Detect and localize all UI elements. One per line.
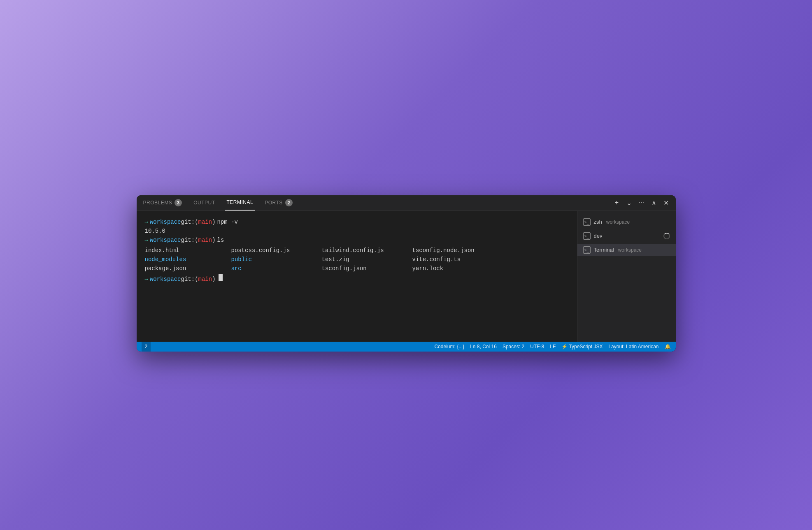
sidebar-item-dev[interactable]: >_ dev bbox=[577, 230, 676, 242]
vscode-window: PROBLEMS 3 OUTPUT TERMINAL PORTS 2 + ⌄ ·… bbox=[137, 195, 676, 352]
status-encoding[interactable]: UTF-8 bbox=[530, 344, 544, 349]
terminal-output-npm: 10.5.0 bbox=[145, 227, 569, 236]
terminal-line-1: → workspace git:( main ) npm -v bbox=[145, 218, 569, 227]
add-terminal-button[interactable]: + bbox=[612, 198, 621, 207]
status-eol[interactable]: LF bbox=[550, 344, 556, 349]
tab-ports[interactable]: PORTS 2 bbox=[263, 195, 294, 211]
collapse-button[interactable]: ∧ bbox=[649, 198, 658, 207]
prompt-git-3: git:( bbox=[181, 275, 198, 284]
zsh-name: zsh bbox=[594, 219, 602, 225]
prompt-git-1: git:( bbox=[181, 218, 198, 227]
prompt-branch-2: main bbox=[198, 236, 212, 245]
tab-problems-label: PROBLEMS bbox=[143, 200, 172, 206]
sidebar-item-terminal-workspace[interactable]: >_ Terminal workspace bbox=[577, 244, 676, 256]
prompt-branch-1: main bbox=[198, 218, 212, 227]
terminal-workspace-icon: >_ bbox=[583, 246, 591, 254]
file-test-zig: test.zig bbox=[322, 255, 412, 264]
more-actions-button[interactable]: ··· bbox=[637, 198, 646, 207]
status-bell[interactable]: 🔔 bbox=[665, 344, 671, 349]
file-public: public bbox=[231, 255, 322, 264]
tab-ports-label: PORTS bbox=[265, 200, 283, 206]
terminal-sidebar: >_ zsh workspace >_ dev >_ Terminal work… bbox=[577, 211, 676, 342]
prompt-arrow-2: → bbox=[145, 236, 148, 245]
prompt-arrow-3: → bbox=[145, 275, 148, 284]
prompt-workspace-3: workspace bbox=[150, 275, 181, 284]
tab-bar: PROBLEMS 3 OUTPUT TERMINAL PORTS 2 + ⌄ ·… bbox=[137, 195, 676, 211]
tab-output-label: OUTPUT bbox=[193, 200, 215, 206]
prompt-arrow-1: → bbox=[145, 218, 148, 227]
tab-actions: + ⌄ ··· ∧ ✕ bbox=[612, 198, 671, 207]
status-layout[interactable]: Layout: Latin American bbox=[608, 344, 658, 349]
tab-problems[interactable]: PROBLEMS 3 bbox=[142, 195, 184, 211]
term-command-1: npm -v bbox=[217, 218, 238, 227]
file-package-json: package.json bbox=[145, 264, 231, 273]
terminal-area[interactable]: → workspace git:( main ) npm -v 10.5.0 →… bbox=[137, 211, 577, 342]
zsh-terminal-icon: >_ bbox=[583, 218, 591, 226]
file-tsconfig-json: tsconfig.json bbox=[322, 264, 412, 273]
dev-loading-spinner bbox=[663, 233, 670, 239]
prompt-workspace-2: workspace bbox=[150, 236, 181, 245]
file-src: src bbox=[231, 264, 322, 273]
prompt-git-close-3: ) bbox=[212, 275, 215, 284]
status-number: 2 bbox=[142, 342, 151, 352]
zsh-sub: workspace bbox=[606, 219, 630, 225]
file-listing: index.html postcss.config.js tailwind.co… bbox=[145, 246, 569, 273]
close-panel-button[interactable]: ✕ bbox=[662, 198, 671, 207]
prompt-git-2: git:( bbox=[181, 236, 198, 245]
npm-version-output: 10.5.0 bbox=[145, 227, 569, 236]
tab-problems-badge: 3 bbox=[174, 199, 182, 206]
file-yarn-lock: yarn.lock bbox=[412, 264, 495, 273]
terminal-line-3: → workspace git:( main ) bbox=[145, 274, 569, 284]
tab-items: PROBLEMS 3 OUTPUT TERMINAL PORTS 2 bbox=[142, 195, 612, 211]
terminal-workspace-sub: workspace bbox=[618, 247, 642, 253]
prompt-git-close-1: ) bbox=[212, 218, 215, 227]
tab-ports-badge: 2 bbox=[285, 199, 293, 206]
file-tailwind: tailwind.config.js bbox=[322, 246, 412, 255]
status-right: Codeium: {...} Ln 8, Col 16 Spaces: 2 UT… bbox=[434, 344, 670, 349]
status-codeium[interactable]: Codeium: {...} bbox=[434, 344, 464, 349]
dev-name: dev bbox=[594, 233, 603, 239]
file-node-modules: node_modules bbox=[145, 255, 231, 264]
sidebar-item-zsh[interactable]: >_ zsh workspace bbox=[577, 216, 676, 228]
status-language[interactable]: ⚡ TypeScript JSX bbox=[561, 344, 603, 349]
terminal-line-2: → workspace git:( main ) ls bbox=[145, 236, 569, 245]
prompt-branch-3: main bbox=[198, 275, 212, 284]
status-spaces[interactable]: Spaces: 2 bbox=[503, 344, 524, 349]
term-command-2: ls bbox=[217, 236, 224, 245]
file-tsconfig-node: tsconfig.node.json bbox=[412, 246, 495, 255]
terminal-dropdown-button[interactable]: ⌄ bbox=[625, 198, 634, 207]
tab-terminal[interactable]: TERMINAL bbox=[225, 195, 255, 211]
prompt-git-close-2: ) bbox=[212, 236, 215, 245]
tab-output[interactable]: OUTPUT bbox=[192, 195, 216, 211]
terminal-workspace-name: Terminal bbox=[594, 247, 614, 253]
status-position[interactable]: Ln 8, Col 16 bbox=[470, 344, 497, 349]
dev-terminal-icon: >_ bbox=[583, 232, 591, 240]
file-index-html: index.html bbox=[145, 246, 231, 255]
tab-terminal-label: TERMINAL bbox=[227, 199, 254, 205]
file-postcss: postcss.config.js bbox=[231, 246, 322, 255]
terminal-cursor bbox=[219, 274, 223, 281]
status-bar: 2 Codeium: {...} Ln 8, Col 16 Spaces: 2 … bbox=[137, 342, 676, 352]
main-content: → workspace git:( main ) npm -v 10.5.0 →… bbox=[137, 211, 676, 342]
file-vite-config: vite.config.ts bbox=[412, 255, 495, 264]
prompt-workspace-1: workspace bbox=[150, 218, 181, 227]
